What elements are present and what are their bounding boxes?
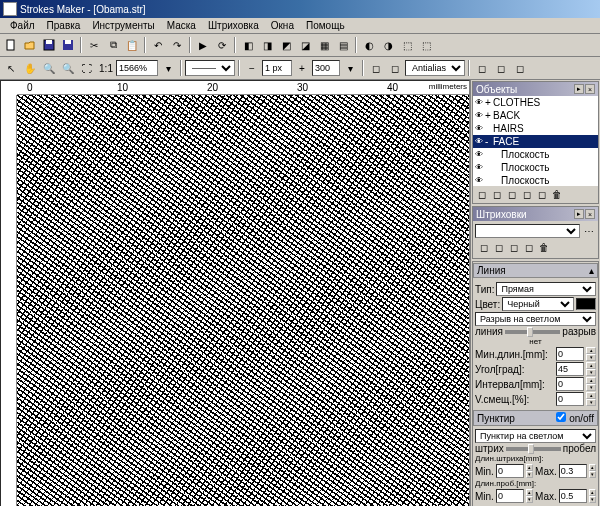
ruler-units: millimeters: [429, 82, 467, 91]
hand-icon[interactable]: ✋: [21, 59, 39, 77]
engraving-preview: [17, 95, 469, 506]
hatch-btn-5[interactable]: 🗑: [536, 240, 551, 255]
render-a-icon[interactable]: ◻: [367, 59, 385, 77]
tool-d-icon[interactable]: ◪: [296, 36, 314, 54]
spinner[interactable]: ▴▾: [586, 347, 596, 361]
dpi-input[interactable]: [312, 60, 340, 76]
menu-mask[interactable]: Маска: [161, 20, 202, 31]
obj-btn-6[interactable]: 🗑: [549, 187, 564, 202]
vshift-input[interactable]: [556, 392, 584, 406]
panel-menu-icon[interactable]: ▸: [574, 209, 584, 219]
obj-btn-5[interactable]: ◻: [534, 187, 549, 202]
menu-file[interactable]: Файл: [4, 20, 41, 31]
zoom-input[interactable]: [116, 60, 158, 76]
hatch-opt-icon[interactable]: ⋯: [582, 224, 596, 238]
line-color-select[interactable]: Черный: [502, 297, 574, 311]
dash-slider[interactable]: [506, 447, 561, 451]
open-icon[interactable]: [21, 36, 39, 54]
save-icon[interactable]: [40, 36, 58, 54]
zoom-in-icon[interactable]: 🔍: [40, 59, 58, 77]
title-bar: Strokes Maker - [Obama.str]: [0, 0, 600, 18]
paste-icon[interactable]: 📋: [123, 36, 141, 54]
refresh-icon[interactable]: ⟳: [213, 36, 231, 54]
side-panels: Объекты ▸× 👁+CLOTHES 👁+BACK 👁HAIRS 👁-FAC…: [470, 80, 600, 506]
gmax-input[interactable]: [559, 489, 587, 503]
ruler-vertical: [1, 95, 17, 506]
obj-btn-4[interactable]: ◻: [519, 187, 534, 202]
color-swatch[interactable]: [576, 298, 596, 310]
panel-menu-icon[interactable]: ▸: [574, 84, 584, 94]
tree-child: 👁Плоскость: [473, 174, 598, 186]
undo-icon[interactable]: ↶: [149, 36, 167, 54]
smin-input[interactable]: [496, 464, 524, 478]
hatch-btn-3[interactable]: ◻: [506, 240, 521, 255]
obj-btn-2[interactable]: ◻: [489, 187, 504, 202]
menu-hatch[interactable]: Штриховка: [202, 20, 265, 31]
hatch-btn-2[interactable]: ◻: [491, 240, 506, 255]
redo-icon[interactable]: ↷: [168, 36, 186, 54]
tool-c-icon[interactable]: ◩: [277, 36, 295, 54]
copy-icon[interactable]: ⧉: [104, 36, 122, 54]
menu-bar: Файл Правка Инструменты Маска Штриховка …: [0, 18, 600, 34]
hatch-select[interactable]: [475, 224, 580, 238]
obj-btn-3[interactable]: ◻: [504, 187, 519, 202]
collapse-icon[interactable]: ▴: [589, 265, 594, 276]
menu-help[interactable]: Помощь: [300, 20, 351, 31]
render-b-icon[interactable]: ◻: [386, 59, 404, 77]
menu-windows[interactable]: Окна: [265, 20, 300, 31]
angle-input[interactable]: [556, 362, 584, 376]
tool-e-icon[interactable]: ▦: [315, 36, 333, 54]
tree-child: 👁Плоскость: [473, 161, 598, 174]
line-type-select[interactable]: Прямая: [496, 282, 596, 296]
zoom-out-icon[interactable]: 🔍: [59, 59, 77, 77]
line-slider[interactable]: [505, 330, 560, 334]
tool-j-icon[interactable]: ⬚: [417, 36, 435, 54]
zoom-1-icon[interactable]: 1:1: [97, 59, 115, 77]
canvas[interactable]: [17, 95, 469, 506]
stroke-dec-icon[interactable]: −: [243, 59, 261, 77]
zoom-fit-icon[interactable]: ⛶: [78, 59, 96, 77]
spinner[interactable]: ▴▾: [586, 377, 596, 391]
hatch-btn-1[interactable]: ◻: [476, 240, 491, 255]
tool-i-icon[interactable]: ⬚: [398, 36, 416, 54]
pointer-icon[interactable]: ↖: [2, 59, 20, 77]
app-icon: [3, 2, 17, 16]
save-as-icon[interactable]: [59, 36, 77, 54]
objects-panel: Объекты ▸× 👁+CLOTHES 👁+BACK 👁HAIRS 👁-FAC…: [472, 81, 599, 204]
dash-onoff-checkbox[interactable]: [556, 412, 566, 422]
new-icon[interactable]: [2, 36, 20, 54]
gmin-input[interactable]: [496, 489, 524, 503]
break-mode-select[interactable]: Разрыв на светлом: [475, 312, 596, 326]
tree-item: 👁+BACK: [473, 109, 598, 122]
spinner[interactable]: ▴▾: [586, 362, 596, 376]
dpi-dropdown-icon[interactable]: ▾: [341, 59, 359, 77]
smax-input[interactable]: [559, 464, 587, 478]
stroke-inc-icon[interactable]: +: [293, 59, 311, 77]
panel-close-icon[interactable]: ×: [585, 209, 595, 219]
toolbar-view: ↖ ✋ 🔍 🔍 ⛶ 1:1 ▾ ——— − + ▾ ◻ ◻ Antialiasi…: [0, 57, 600, 80]
stroke-width-input[interactable]: [262, 60, 292, 76]
dash-mode-select[interactable]: Пунктир на светлом: [475, 429, 596, 443]
tool-g-icon[interactable]: ◐: [360, 36, 378, 54]
obj-btn-1[interactable]: ◻: [474, 187, 489, 202]
play-icon[interactable]: ▶: [194, 36, 212, 54]
view-a-icon[interactable]: ◻: [473, 59, 491, 77]
interval-input[interactable]: [556, 377, 584, 391]
line-style-select[interactable]: ———: [185, 60, 235, 76]
panel-close-icon[interactable]: ×: [585, 84, 595, 94]
view-c-icon[interactable]: ◻: [511, 59, 529, 77]
render-mode-select[interactable]: Antialiasing: [405, 60, 465, 76]
minlen-input[interactable]: [556, 347, 584, 361]
view-b-icon[interactable]: ◻: [492, 59, 510, 77]
tool-b-icon[interactable]: ◨: [258, 36, 276, 54]
tool-a-icon[interactable]: ◧: [239, 36, 257, 54]
tool-f-icon[interactable]: ▤: [334, 36, 352, 54]
cut-icon[interactable]: ✂: [85, 36, 103, 54]
objects-tree[interactable]: 👁+CLOTHES 👁+BACK 👁HAIRS 👁-FACE 👁Плоскост…: [473, 96, 598, 186]
hatch-btn-4[interactable]: ◻: [521, 240, 536, 255]
menu-tools[interactable]: Инструменты: [86, 20, 160, 31]
menu-edit[interactable]: Правка: [41, 20, 87, 31]
zoom-dropdown-icon[interactable]: ▾: [159, 59, 177, 77]
tool-h-icon[interactable]: ◑: [379, 36, 397, 54]
spinner[interactable]: ▴▾: [586, 392, 596, 406]
